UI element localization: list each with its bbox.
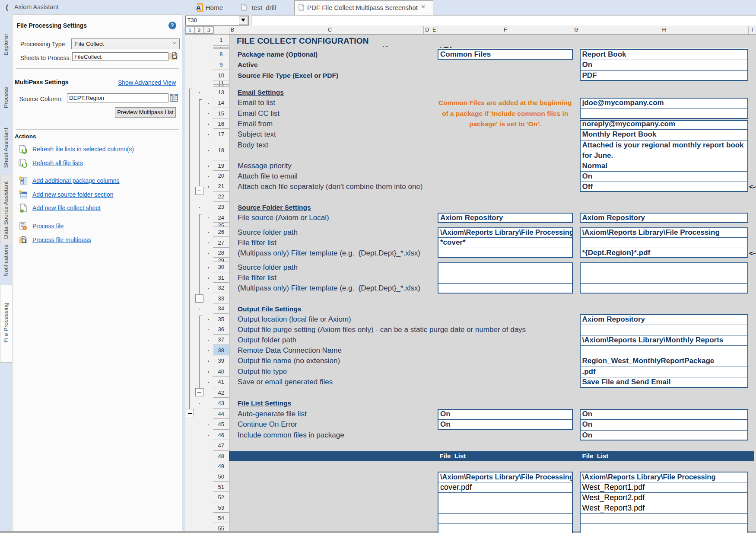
svg-text:A: A (196, 4, 201, 11)
